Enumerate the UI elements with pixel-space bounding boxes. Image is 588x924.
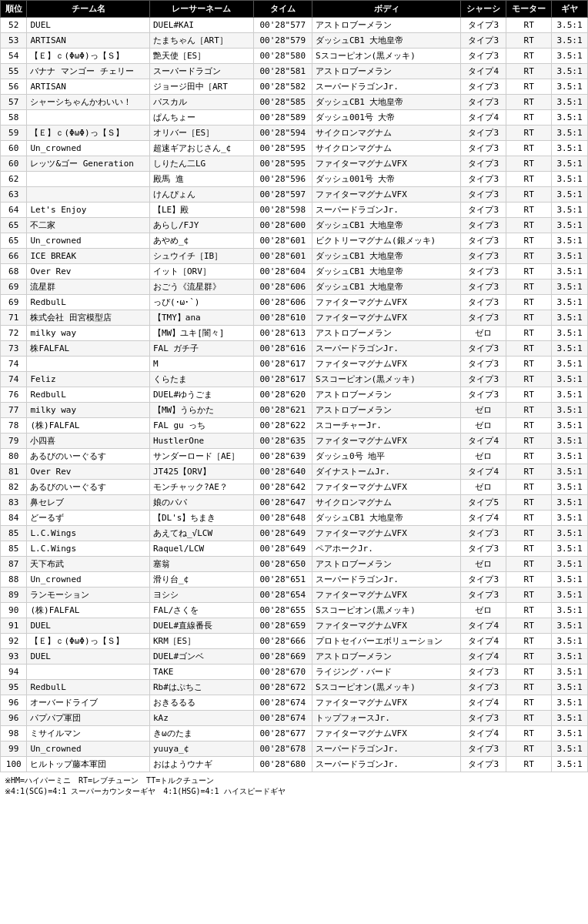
table-cell: タイプ3 — [461, 757, 506, 772]
table-row: 83鼻セレブ娘のパパ00'28"647サイクロンマグナムタイプ5RT3.5:1 — [1, 495, 588, 511]
table-cell: 不二家 — [27, 218, 149, 233]
table-cell: 3.5:1 — [552, 126, 588, 141]
table-cell: 3.5:1 — [552, 33, 588, 49]
table-cell: 3.5:1 — [552, 726, 588, 742]
table-cell: ライジング・バード — [312, 665, 460, 680]
table-cell: RT — [506, 126, 552, 141]
table-cell: 00'28"669 — [253, 649, 312, 665]
results-table: 順位チーム名レーサーネームタイムボディシャーシモーターギヤ 52DUELDUEL… — [0, 0, 588, 772]
table-cell: 00'28"601 — [253, 249, 312, 264]
table-row: 99Un_crownedyuuya_¢00'28"678スーパードラゴンJr.タ… — [1, 742, 588, 757]
table-cell: RT — [506, 79, 552, 95]
table-cell: Un_crowned — [27, 742, 149, 757]
table-cell: RT — [506, 695, 552, 711]
table-cell: 00'28"613 — [253, 326, 312, 341]
table-row: 89ランモーションヨシシ00'28"654ファイターマグナムVFXタイプ3RT3… — [1, 588, 588, 603]
table-row: 74M00'28"617ファイターマグナムVFXタイプ3RT3.5:1 — [1, 357, 588, 372]
table-cell: 3.5:1 — [552, 511, 588, 526]
table-cell: Rb#はぷちこ — [149, 680, 253, 695]
table-cell: タイプ3 — [461, 711, 506, 726]
table-cell: ダイナストームJr. — [312, 464, 460, 480]
table-cell: アストロブーメラン — [312, 326, 460, 341]
table-row: 56ARTISANジョージ田中［ART00'28"582スーパードラゴンJr.タ… — [1, 79, 588, 95]
table-cell: ファイターマグナムVFX — [312, 156, 460, 172]
table-cell: 93 — [1, 649, 27, 665]
table-cell: タイプ3 — [461, 680, 506, 695]
table-cell: 3.5:1 — [552, 295, 588, 310]
table-cell: 00'28"585 — [253, 95, 312, 110]
table-row: 54【Ｅ】ｃ(ΦωΦ)っ【Ｓ】艶天使［ES］00'28"580Sスコーピオン(黒… — [1, 49, 588, 64]
table-cell: 00'28"606 — [253, 280, 312, 295]
table-cell: RedbulL — [27, 295, 149, 310]
table-cell: 52 — [1, 18, 27, 33]
table-cell: 65 — [1, 233, 27, 249]
table-cell: スーパードラゴンJr. — [312, 742, 460, 757]
table-cell: DUEL#直線番長 — [149, 618, 253, 634]
table-cell: あるびのいーぐるす — [27, 449, 149, 464]
table-cell: RT — [506, 588, 552, 603]
table-row: 100ヒルトップ藤本軍団おはようウナギ00'28"680スーパードラゴンJr.タ… — [1, 757, 588, 772]
table-cell: 55 — [1, 64, 27, 79]
table-cell: DUEL — [27, 18, 149, 33]
table-cell: ゼロ — [461, 603, 506, 618]
table-cell: 3.5:1 — [552, 372, 588, 387]
table-cell: 艶天使［ES］ — [149, 49, 253, 64]
table-row: 76RedbulLDUEL#ゆうごま00'28"620アストロブーメランタイプ3… — [1, 387, 588, 403]
table-cell: タイプ3 — [461, 372, 506, 387]
table-cell: 83 — [1, 495, 27, 511]
table-cell: ダッシュCB1 大地皇帝 — [312, 95, 460, 110]
table-row: 85L.C.WingsRaquel/LCW00'28"649ペアホークJr.タイ… — [1, 541, 588, 557]
table-cell: タイプ3 — [461, 742, 506, 757]
table-cell: RT — [506, 280, 552, 295]
table-cell: タイプ3 — [461, 156, 506, 172]
table-cell: 娘のパパ — [149, 495, 253, 511]
table-cell: RT — [506, 649, 552, 665]
table-cell: RT — [506, 511, 552, 526]
table-cell: RT — [506, 495, 552, 511]
table-row: 92【Ｅ】ｃ(ΦωΦ)っ【Ｓ】KRM［ES］00'28"666プロトセイバーエボ… — [1, 634, 588, 649]
table-cell: おごう《流星群》 — [149, 280, 253, 295]
table-cell: タイプ3 — [461, 172, 506, 187]
table-cell: 3.5:1 — [552, 49, 588, 64]
table-cell: 78 — [1, 418, 27, 434]
table-cell: っぴ(･ω･`) — [149, 295, 253, 310]
table-cell: milky way — [27, 403, 149, 418]
table-cell: 3.5:1 — [552, 326, 588, 341]
table-cell: 3.5:1 — [552, 218, 588, 233]
table-cell: 3.5:1 — [552, 541, 588, 557]
table-cell: 90 — [1, 603, 27, 618]
table-cell: 68 — [1, 264, 27, 280]
table-cell: タイプ3 — [461, 357, 506, 372]
table-cell: タイプ3 — [461, 541, 506, 557]
table-cell: 00'28"617 — [253, 372, 312, 387]
table-row: 55バナナ マンゴー チェリースーパードラゴン00'28"581アストロブーメラ… — [1, 64, 588, 79]
table-cell: 3.5:1 — [552, 449, 588, 464]
table-cell: タイプ4 — [461, 695, 506, 711]
table-cell: ダッシュ001号 大帝 — [312, 110, 460, 126]
table-cell: タイプ4 — [461, 110, 506, 126]
table-cell: 74 — [1, 357, 27, 372]
table-cell: レッツ&ゴー Generation — [27, 156, 149, 172]
table-cell: Un_crowned — [27, 141, 149, 156]
table-cell: RT — [506, 64, 552, 79]
table-cell: RT — [506, 603, 552, 618]
table-cell: 3.5:1 — [552, 557, 588, 572]
table-cell — [27, 110, 149, 126]
table-cell: RT — [506, 634, 552, 649]
table-row: 91DUELDUEL#直線番長00'28"659ファイターマグナムVFXタイプ4… — [1, 618, 588, 634]
table-cell: 塞翁 — [149, 557, 253, 572]
table-cell: タイプ3 — [461, 49, 506, 64]
table-row: 90(株)FALFALFAL/さくを00'28"655Sスコーピオン(黒メッキ)… — [1, 603, 588, 618]
table-cell: 99 — [1, 742, 27, 757]
table-cell: Let's Enjoy — [27, 203, 149, 218]
table-cell: 3.5:1 — [552, 588, 588, 603]
table-cell: Feliz — [27, 372, 149, 387]
table-cell: 【LE】殿 — [149, 203, 253, 218]
table-cell: タイプ3 — [461, 141, 506, 156]
table-cell: 00'28"678 — [253, 742, 312, 757]
table-cell: あるびのいーぐるす — [27, 480, 149, 495]
table-cell: ARTISAN — [27, 33, 149, 49]
table-cell: RT — [506, 557, 552, 572]
table-cell: タイプ5 — [461, 495, 506, 511]
table-cell: シャーシちゃんかわいい！ — [27, 95, 149, 110]
